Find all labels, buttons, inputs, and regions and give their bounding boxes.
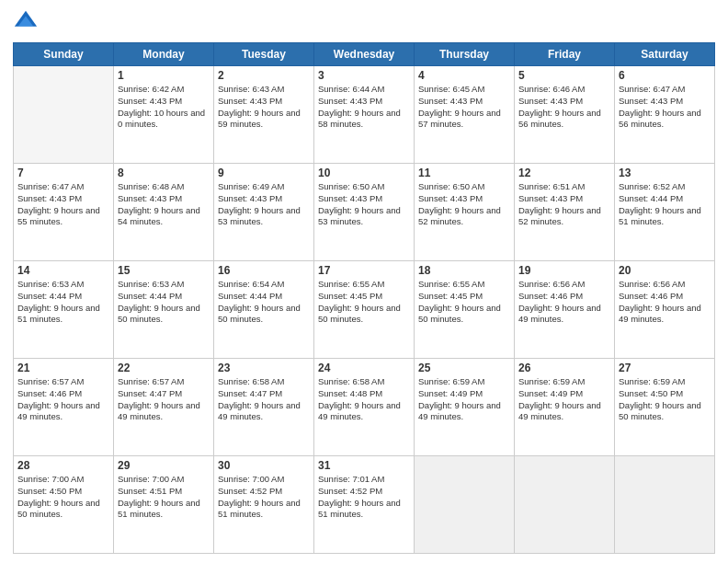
day-info: Sunrise: 6:49 AMSunset: 4:43 PMDaylight:… xyxy=(218,181,310,228)
calendar-day-header: Thursday xyxy=(415,43,515,66)
day-number: 14 xyxy=(17,264,109,277)
calendar-cell: 20Sunrise: 6:56 AMSunset: 4:46 PMDayligh… xyxy=(615,261,715,359)
day-number: 30 xyxy=(218,459,310,472)
day-number: 26 xyxy=(518,362,610,374)
calendar-cell: 26Sunrise: 6:59 AMSunset: 4:49 PMDayligh… xyxy=(515,359,615,456)
calendar-cell: 3Sunrise: 6:44 AMSunset: 4:43 PMDaylight… xyxy=(314,66,415,164)
day-number: 15 xyxy=(118,264,210,277)
calendar-cell: 10Sunrise: 6:50 AMSunset: 4:43 PMDayligh… xyxy=(314,164,415,261)
day-number: 23 xyxy=(218,362,310,374)
logo xyxy=(13,9,42,35)
day-info: Sunrise: 6:42 AMSunset: 4:43 PMDaylight:… xyxy=(118,84,210,131)
calendar-cell: 21Sunrise: 6:57 AMSunset: 4:46 PMDayligh… xyxy=(14,359,114,456)
day-info: Sunrise: 6:50 AMSunset: 4:43 PMDaylight:… xyxy=(318,181,410,228)
calendar-header-row: SundayMondayTuesdayWednesdayThursdayFrid… xyxy=(14,43,715,66)
day-number: 3 xyxy=(318,69,410,82)
day-info: Sunrise: 6:57 AMSunset: 4:46 PMDaylight:… xyxy=(17,376,109,423)
calendar-cell: 24Sunrise: 6:58 AMSunset: 4:48 PMDayligh… xyxy=(314,359,415,456)
day-number: 1 xyxy=(118,69,210,82)
calendar-cell: 28Sunrise: 7:00 AMSunset: 4:50 PMDayligh… xyxy=(14,456,114,554)
day-info: Sunrise: 6:53 AMSunset: 4:44 PMDaylight:… xyxy=(17,279,109,326)
calendar-cell: 15Sunrise: 6:53 AMSunset: 4:44 PMDayligh… xyxy=(114,261,214,359)
calendar-cell: 7Sunrise: 6:47 AMSunset: 4:43 PMDaylight… xyxy=(14,164,114,261)
calendar-week-row: 14Sunrise: 6:53 AMSunset: 4:44 PMDayligh… xyxy=(14,261,715,359)
calendar-cell: 22Sunrise: 6:57 AMSunset: 4:47 PMDayligh… xyxy=(114,359,214,456)
calendar-cell: 25Sunrise: 6:59 AMSunset: 4:49 PMDayligh… xyxy=(415,359,515,456)
day-info: Sunrise: 6:55 AMSunset: 4:45 PMDaylight:… xyxy=(418,279,510,326)
calendar-day-header: Tuesday xyxy=(214,43,314,66)
calendar-day-header: Wednesday xyxy=(314,43,415,66)
calendar-cell: 8Sunrise: 6:48 AMSunset: 4:43 PMDaylight… xyxy=(114,164,214,261)
day-number: 9 xyxy=(218,167,310,179)
calendar-cell: 2Sunrise: 6:43 AMSunset: 4:43 PMDaylight… xyxy=(214,66,314,164)
day-info: Sunrise: 6:55 AMSunset: 4:45 PMDaylight:… xyxy=(318,279,410,326)
day-number: 2 xyxy=(218,69,310,82)
page: SundayMondayTuesdayWednesdayThursdayFrid… xyxy=(0,0,728,563)
calendar-cell: 5Sunrise: 6:46 AMSunset: 4:43 PMDaylight… xyxy=(515,66,615,164)
calendar-cell: 16Sunrise: 6:54 AMSunset: 4:44 PMDayligh… xyxy=(214,261,314,359)
calendar-cell xyxy=(14,66,114,164)
calendar-week-row: 1Sunrise: 6:42 AMSunset: 4:43 PMDaylight… xyxy=(14,66,715,164)
calendar-day-header: Sunday xyxy=(14,43,114,66)
calendar-table: SundayMondayTuesdayWednesdayThursdayFrid… xyxy=(13,42,715,554)
day-info: Sunrise: 7:01 AMSunset: 4:52 PMDaylight:… xyxy=(318,474,410,521)
day-number: 10 xyxy=(318,167,410,179)
day-number: 8 xyxy=(118,167,210,179)
day-number: 7 xyxy=(17,167,109,179)
day-info: Sunrise: 6:50 AMSunset: 4:43 PMDaylight:… xyxy=(418,181,510,228)
day-number: 16 xyxy=(218,264,310,277)
calendar-cell: 13Sunrise: 6:52 AMSunset: 4:44 PMDayligh… xyxy=(615,164,715,261)
day-info: Sunrise: 7:00 AMSunset: 4:52 PMDaylight:… xyxy=(218,474,310,521)
logo-icon xyxy=(13,9,39,35)
calendar-cell: 30Sunrise: 7:00 AMSunset: 4:52 PMDayligh… xyxy=(214,456,314,554)
calendar-cell xyxy=(415,456,515,554)
day-number: 25 xyxy=(418,362,510,374)
day-number: 22 xyxy=(118,362,210,374)
day-number: 12 xyxy=(518,167,610,179)
day-info: Sunrise: 6:51 AMSunset: 4:43 PMDaylight:… xyxy=(518,181,610,228)
day-number: 20 xyxy=(619,264,711,277)
day-info: Sunrise: 6:58 AMSunset: 4:48 PMDaylight:… xyxy=(318,376,410,423)
calendar-cell xyxy=(515,456,615,554)
day-number: 31 xyxy=(318,459,410,472)
day-number: 18 xyxy=(418,264,510,277)
day-number: 5 xyxy=(518,69,610,82)
calendar-day-header: Friday xyxy=(515,43,615,66)
calendar-cell: 29Sunrise: 7:00 AMSunset: 4:51 PMDayligh… xyxy=(114,456,214,554)
day-info: Sunrise: 6:47 AMSunset: 4:43 PMDaylight:… xyxy=(17,181,109,228)
day-number: 21 xyxy=(17,362,109,374)
day-info: Sunrise: 6:47 AMSunset: 4:43 PMDaylight:… xyxy=(619,84,711,131)
day-number: 4 xyxy=(418,69,510,82)
day-number: 24 xyxy=(318,362,410,374)
day-info: Sunrise: 6:46 AMSunset: 4:43 PMDaylight:… xyxy=(518,84,610,131)
day-number: 6 xyxy=(619,69,711,82)
day-number: 28 xyxy=(17,459,109,472)
day-info: Sunrise: 6:48 AMSunset: 4:43 PMDaylight:… xyxy=(118,181,210,228)
calendar-cell: 1Sunrise: 6:42 AMSunset: 4:43 PMDaylight… xyxy=(114,66,214,164)
day-info: Sunrise: 6:59 AMSunset: 4:49 PMDaylight:… xyxy=(418,376,510,423)
day-info: Sunrise: 6:56 AMSunset: 4:46 PMDaylight:… xyxy=(518,279,610,326)
calendar-cell: 31Sunrise: 7:01 AMSunset: 4:52 PMDayligh… xyxy=(314,456,415,554)
day-info: Sunrise: 6:59 AMSunset: 4:50 PMDaylight:… xyxy=(619,376,711,423)
day-info: Sunrise: 6:45 AMSunset: 4:43 PMDaylight:… xyxy=(418,84,510,131)
calendar-day-header: Saturday xyxy=(615,43,715,66)
calendar-cell: 14Sunrise: 6:53 AMSunset: 4:44 PMDayligh… xyxy=(14,261,114,359)
calendar-week-row: 28Sunrise: 7:00 AMSunset: 4:50 PMDayligh… xyxy=(14,456,715,554)
day-info: Sunrise: 6:57 AMSunset: 4:47 PMDaylight:… xyxy=(118,376,210,423)
day-info: Sunrise: 6:58 AMSunset: 4:47 PMDaylight:… xyxy=(218,376,310,423)
calendar-cell: 9Sunrise: 6:49 AMSunset: 4:43 PMDaylight… xyxy=(214,164,314,261)
day-info: Sunrise: 7:00 AMSunset: 4:50 PMDaylight:… xyxy=(17,474,109,521)
day-number: 27 xyxy=(619,362,711,374)
calendar-cell: 12Sunrise: 6:51 AMSunset: 4:43 PMDayligh… xyxy=(515,164,615,261)
calendar-cell: 23Sunrise: 6:58 AMSunset: 4:47 PMDayligh… xyxy=(214,359,314,456)
calendar-cell: 18Sunrise: 6:55 AMSunset: 4:45 PMDayligh… xyxy=(415,261,515,359)
calendar-cell: 11Sunrise: 6:50 AMSunset: 4:43 PMDayligh… xyxy=(415,164,515,261)
day-number: 19 xyxy=(518,264,610,277)
calendar-cell: 19Sunrise: 6:56 AMSunset: 4:46 PMDayligh… xyxy=(515,261,615,359)
day-info: Sunrise: 6:56 AMSunset: 4:46 PMDaylight:… xyxy=(619,279,711,326)
day-info: Sunrise: 6:43 AMSunset: 4:43 PMDaylight:… xyxy=(218,84,310,131)
day-number: 13 xyxy=(619,167,711,179)
calendar-cell: 17Sunrise: 6:55 AMSunset: 4:45 PMDayligh… xyxy=(314,261,415,359)
day-info: Sunrise: 7:00 AMSunset: 4:51 PMDaylight:… xyxy=(118,474,210,521)
day-info: Sunrise: 6:52 AMSunset: 4:44 PMDaylight:… xyxy=(619,181,711,228)
